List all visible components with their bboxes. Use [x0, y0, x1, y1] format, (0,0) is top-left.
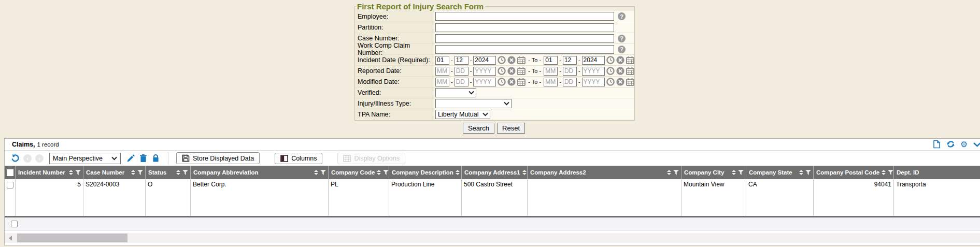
collapse-chevron-icon[interactable] — [973, 140, 980, 149]
sort-icon[interactable] — [131, 170, 135, 175]
clock-icon[interactable] — [606, 67, 615, 75]
sort-icon[interactable] — [69, 170, 73, 175]
delete-trash-icon[interactable] — [139, 154, 148, 163]
calendar-icon[interactable] — [517, 67, 525, 75]
calendar-icon[interactable] — [626, 56, 634, 64]
clock-icon[interactable] — [498, 56, 506, 64]
clear-date-icon[interactable] — [507, 56, 516, 64]
clear-date-icon[interactable] — [616, 67, 624, 75]
incident-to-day[interactable] — [563, 56, 577, 65]
modified-to-day[interactable] — [563, 78, 577, 86]
horizontal-scrollbar[interactable] — [5, 233, 980, 243]
modified-from-day[interactable] — [455, 78, 468, 86]
sort-icon[interactable] — [799, 170, 803, 175]
undo-icon[interactable] — [11, 154, 20, 163]
work-comp-field[interactable] — [435, 45, 614, 54]
row-checkbox[interactable] — [7, 182, 13, 188]
partition-field[interactable] — [435, 23, 614, 32]
sort-icon[interactable] — [176, 170, 180, 175]
clock-icon[interactable] — [498, 78, 506, 86]
reported-from-day[interactable] — [455, 67, 468, 76]
sort-icon[interactable] — [314, 170, 318, 175]
clock-icon[interactable] — [606, 56, 615, 64]
filter-icon[interactable] — [320, 170, 326, 175]
help-icon[interactable]: ? — [618, 35, 626, 42]
incident-from-year[interactable] — [473, 56, 496, 65]
modified-to-year[interactable] — [582, 78, 605, 86]
back-icon[interactable]: ‹ — [23, 154, 32, 163]
lock-icon[interactable] — [151, 154, 160, 163]
column-header-incident-number[interactable]: Incident Number — [15, 166, 83, 179]
filter-icon[interactable] — [75, 170, 81, 175]
forward-icon[interactable]: › — [35, 154, 44, 163]
column-header-case-number[interactable]: Case Number — [83, 166, 145, 179]
clear-date-icon[interactable] — [616, 56, 624, 64]
filter-icon[interactable] — [738, 170, 744, 175]
filter-icon[interactable] — [383, 170, 389, 175]
column-header-company-abbreviation[interactable]: Company Abbreviation — [190, 166, 328, 179]
sort-icon[interactable] — [732, 170, 736, 175]
column-header-status[interactable]: Status — [145, 166, 190, 179]
column-header-company-address1[interactable]: Company Address1 — [461, 166, 527, 179]
calendar-icon[interactable] — [517, 56, 525, 64]
calendar-icon[interactable] — [626, 67, 634, 75]
sort-icon[interactable] — [667, 170, 671, 175]
clear-date-icon[interactable] — [507, 78, 516, 86]
filter-icon[interactable] — [182, 170, 188, 175]
modified-from-month[interactable] — [435, 78, 449, 86]
clear-date-icon[interactable] — [616, 78, 624, 86]
employee-field[interactable] — [435, 12, 614, 21]
reset-button[interactable]: Reset — [497, 123, 525, 134]
clock-icon[interactable] — [498, 67, 506, 75]
search-button[interactable]: Search — [463, 123, 494, 134]
sort-icon[interactable] — [522, 170, 527, 175]
column-header-company-state[interactable]: Company State — [746, 166, 813, 179]
verified-select[interactable] — [435, 88, 476, 97]
modified-to-month[interactable] — [544, 78, 558, 86]
scroll-left-arrow-icon[interactable] — [9, 236, 12, 241]
settings-gear-icon[interactable]: ⚙ — [960, 140, 968, 149]
new-document-icon[interactable] — [932, 140, 941, 149]
perspective-select[interactable]: Main Perspective — [49, 153, 121, 164]
reported-from-year[interactable] — [473, 67, 496, 76]
reported-to-year[interactable] — [582, 67, 605, 76]
store-displayed-data-button[interactable]: Store Displayed Data — [176, 152, 260, 164]
incident-to-year[interactable] — [582, 56, 605, 65]
reported-from-month[interactable] — [435, 67, 449, 76]
column-header-company-city[interactable]: Company City — [681, 166, 746, 179]
sort-icon[interactable] — [882, 170, 886, 175]
filter-icon[interactable] — [137, 170, 143, 175]
refresh-icon[interactable] — [946, 140, 955, 149]
column-header-company-description[interactable]: Company Description — [389, 166, 461, 179]
help-icon[interactable]: ? — [618, 46, 626, 53]
help-icon[interactable]: ? — [618, 12, 626, 20]
incident-to-month[interactable] — [544, 56, 558, 65]
columns-button[interactable]: Columns — [275, 153, 322, 164]
footer-checkbox[interactable] — [11, 221, 18, 227]
filter-icon[interactable] — [888, 170, 893, 175]
calendar-icon[interactable] — [517, 78, 525, 86]
injury-type-select[interactable] — [435, 99, 512, 108]
reported-to-day[interactable] — [563, 67, 577, 76]
tpa-name-select[interactable]: Liberty Mutual — [435, 110, 490, 119]
table-row[interactable]: 5 S2024-0003 O Better Corp. PL Productio… — [5, 179, 980, 217]
clock-icon[interactable] — [606, 78, 615, 86]
clear-date-icon[interactable] — [507, 67, 516, 75]
column-header-company-postal-code[interactable]: Company Postal Code — [813, 166, 893, 179]
edit-pencil-icon[interactable] — [126, 154, 135, 163]
scrollbar-thumb[interactable] — [17, 234, 127, 242]
calendar-icon[interactable] — [626, 78, 634, 86]
column-header-company-address2[interactable]: Company Address2 — [527, 166, 681, 179]
reported-to-month[interactable] — [544, 67, 558, 76]
select-all-checkbox[interactable] — [7, 169, 13, 176]
sort-icon[interactable] — [377, 170, 381, 175]
filter-icon[interactable] — [673, 170, 679, 175]
case-number-field[interactable] — [435, 34, 614, 43]
incident-from-day[interactable] — [455, 56, 468, 65]
incident-from-month[interactable] — [435, 56, 449, 65]
column-header-dept-id[interactable]: Dept. ID — [893, 166, 980, 179]
sort-icon[interactable] — [456, 170, 460, 175]
filter-icon[interactable] — [805, 170, 811, 175]
modified-from-year[interactable] — [473, 78, 496, 86]
column-header-company-code[interactable]: Company Code — [328, 166, 389, 179]
